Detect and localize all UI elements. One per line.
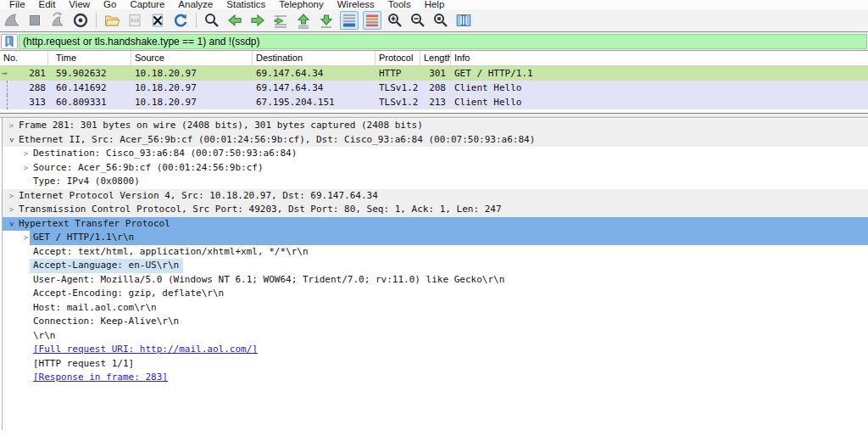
cell-info: Client Hello [449, 81, 868, 95]
menu-capture[interactable]: Capture [123, 0, 171, 9]
wireshark-window: File Edit View Go Capture Analyze Statis… [0, 0, 868, 436]
detail-row-http-crlf[interactable]: \r\n [3, 329, 868, 344]
bookmark-icon [4, 36, 14, 48]
detail-row-response-in-frame[interactable]: [Response in frame: 283] [3, 371, 868, 385]
go-forward-icon[interactable] [248, 11, 267, 30]
cell-info: GET / HTTP/1.1 [449, 66, 868, 81]
menu-bar: File Edit View Go Capture Analyze Statis… [0, 0, 868, 9]
colorize-icon[interactable] [363, 11, 381, 30]
detail-row-ip[interactable]: Internet Protocol Version 4, Src: 10.18.… [3, 189, 868, 204]
full-request-uri-link[interactable]: [Full request URI: http://mail.aol.com/] [30, 343, 262, 357]
cell-source: 10.18.20.97 [131, 81, 253, 95]
open-file-icon[interactable] [103, 11, 121, 30]
detail-row-http-accept-encoding[interactable]: Accept-Encoding: gzip, deflate\r\n [3, 287, 868, 301]
resize-columns-icon[interactable] [454, 11, 473, 30]
zoom-out-icon[interactable] [409, 11, 427, 30]
detail-text: Ethernet II, Src: Acer_56:9b:cf (00:01:2… [15, 133, 539, 148]
close-file-icon[interactable] [148, 11, 167, 30]
detail-row-ethernet[interactable]: Ethernet II, Src: Acer_56:9b:cf (00:01:2… [3, 133, 868, 148]
detail-text: Frame 281: 301 bytes on wire (2408 bits)… [15, 119, 427, 133]
menu-view[interactable]: View [62, 0, 97, 9]
cell-protocol: TLSv1.2 [376, 95, 420, 109]
column-header-no[interactable]: No. [0, 51, 48, 65]
expander-collapsed-icon[interactable] [22, 161, 30, 176]
go-first-packet-icon[interactable] [294, 11, 313, 30]
detail-row-http-user-agent[interactable]: User-Agent: Mozilla/5.0 (Windows NT 6.1;… [3, 273, 868, 288]
save-file-icon[interactable]: 010 [125, 11, 144, 30]
packet-row-313[interactable]: 313 60.809331 10.18.20.97 67.195.204.151… [0, 95, 868, 109]
menu-analyze[interactable]: Analyze [171, 0, 220, 9]
filter-bookmark-button[interactable] [1, 34, 18, 49]
menu-wireless[interactable]: Wireless [331, 0, 381, 9]
capture-options-icon[interactable] [71, 11, 90, 30]
zoom-reset-icon[interactable] [431, 11, 450, 30]
detail-row-frame[interactable]: Frame 281: 301 bytes on wire (2408 bits)… [3, 119, 868, 133]
packet-marker-gutter: → [0, 66, 17, 81]
detail-row-http-accept-language[interactable]: Accept-Language: en-US\r\n [3, 259, 868, 273]
display-filter-bar: (http.request or tls.handshake.type == 1… [0, 32, 868, 51]
detail-row-http-connection[interactable]: Connection: Keep-Alive\r\n [3, 315, 868, 329]
detail-row-http-request-count[interactable]: [HTTP request 1/1] [3, 357, 868, 372]
expander-expanded-icon[interactable] [4, 136, 19, 143]
expander-collapsed-icon[interactable] [22, 231, 30, 245]
packet-row-288[interactable]: 288 60.141692 10.18.20.97 69.147.64.34 T… [0, 81, 868, 95]
detail-row-full-request-uri[interactable]: [Full request URI: http://mail.aol.com/] [3, 343, 868, 357]
response-in-frame-link[interactable]: [Response in frame: 283] [30, 371, 172, 385]
packet-row-281[interactable]: → 281 59.902632 10.18.20.97 69.147.64.34… [0, 66, 868, 81]
detail-text: Source: Acer_56:9b:cf (00:01:24:56:9b:cf… [30, 161, 268, 176]
detail-text: Accept: text/html, application/xhtml+xml… [30, 245, 313, 260]
column-header-source[interactable]: Source [131, 51, 253, 65]
go-last-packet-icon[interactable] [317, 11, 336, 30]
expander-collapsed-icon[interactable] [8, 189, 15, 204]
cell-no: 281 [17, 66, 48, 81]
find-packet-icon[interactable] [203, 11, 221, 30]
detail-row-eth-type[interactable]: Type: IPv4 (0x0800) [3, 175, 868, 189]
detail-row-http-accept[interactable]: Accept: text/html, application/xhtml+xml… [3, 245, 868, 260]
menu-tools[interactable]: Tools [381, 0, 418, 9]
menu-edit[interactable]: Edit [32, 0, 63, 9]
cell-no: 288 [17, 81, 48, 95]
detail-text: Connection: Keep-Alive\r\n [30, 315, 183, 329]
reload-file-icon[interactable] [171, 11, 190, 30]
menu-help[interactable]: Help [418, 0, 452, 9]
packet-marker-gutter [0, 81, 17, 95]
detail-text: Accept-Encoding: gzip, deflate\r\n [30, 287, 228, 301]
expander-collapsed-icon[interactable] [22, 147, 30, 161]
related-packet-dash-line [7, 81, 8, 95]
detail-row-http-get[interactable]: GET / HTTP/1.1\r\n [3, 231, 868, 245]
expander-collapsed-icon[interactable] [8, 203, 15, 217]
auto-scroll-icon[interactable] [340, 11, 359, 30]
detail-row-http-host[interactable]: Host: mail.aol.com\r\n [3, 301, 868, 316]
cell-no: 313 [17, 95, 48, 109]
display-filter-input[interactable]: (http.request or tls.handshake.type == 1… [19, 34, 867, 49]
cell-protocol: TLSv1.2 [376, 81, 420, 95]
detail-text: Hypertext Transfer Protocol [15, 217, 175, 232]
column-header-destination[interactable]: Destination [253, 51, 376, 65]
restart-capture-icon[interactable] [48, 11, 67, 30]
stop-capture-icon[interactable] [25, 11, 44, 30]
expander-expanded-icon[interactable] [4, 220, 19, 227]
menu-go[interactable]: Go [97, 0, 123, 9]
related-packet-dash-line [7, 95, 8, 109]
detail-text: Accept-Language: en-US\r\n [30, 259, 183, 273]
detail-row-http[interactable]: Hypertext Transfer Protocol [3, 217, 868, 232]
cell-protocol: HTTP [376, 66, 420, 81]
cell-source: 10.18.20.97 [131, 95, 253, 109]
menu-statistics[interactable]: Statistics [220, 0, 272, 9]
menu-file[interactable]: File [3, 0, 32, 9]
start-capture-icon[interactable] [3, 11, 21, 30]
zoom-in-icon[interactable] [386, 11, 404, 30]
column-header-info[interactable]: Info [451, 51, 868, 65]
detail-row-eth-source[interactable]: Source: Acer_56:9b:cf (00:01:24:56:9b:cf… [3, 161, 868, 176]
column-header-time[interactable]: Time [48, 51, 131, 65]
go-back-icon[interactable] [225, 11, 244, 30]
detail-text: Transmission Control Protocol, Src Port:… [15, 203, 506, 217]
detail-row-tcp[interactable]: Transmission Control Protocol, Src Port:… [3, 203, 868, 217]
expander-collapsed-icon[interactable] [8, 119, 15, 133]
go-to-packet-icon[interactable] [271, 11, 290, 30]
detail-row-eth-destination[interactable]: Destination: Cisco_93:a6:84 (00:07:50:93… [3, 147, 868, 161]
menu-telephony[interactable]: Telephony [272, 0, 330, 9]
column-header-protocol[interactable]: Protocol [376, 51, 420, 65]
column-header-length[interactable]: Length [420, 51, 451, 65]
toolbar-separator [96, 13, 97, 28]
